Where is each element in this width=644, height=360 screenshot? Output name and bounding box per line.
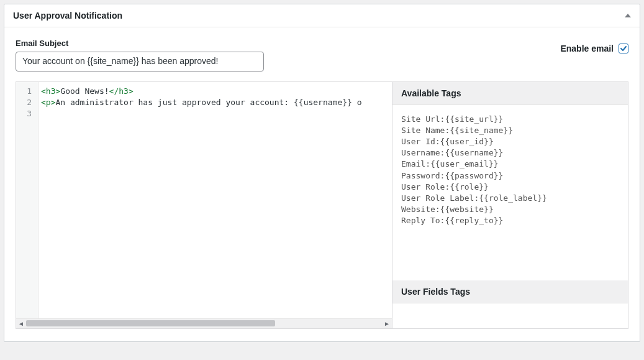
scroll-track[interactable] (26, 320, 382, 326)
panel-header[interactable]: User Approval Notification (4, 4, 640, 27)
email-subject-label: Email Subject (16, 39, 264, 48)
tag-item[interactable]: Email:{{user_email}} (401, 159, 619, 170)
email-subject-block: Email Subject (16, 39, 264, 72)
enable-email-checkbox[interactable] (619, 44, 628, 53)
tag-item[interactable]: Reply To:{{reply_to}} (401, 215, 619, 226)
tags-pane: Available Tags Site Url:{{site_url}} Sit… (392, 82, 628, 328)
scroll-right-icon[interactable]: ► (382, 318, 392, 328)
code-content[interactable]: <h3>Good News!</h3> <p>An administrator … (39, 82, 392, 318)
editor-row: 1 2 3 <h3>Good News!</h3> <p>An administ… (16, 81, 628, 329)
enable-email-label: Enable email (560, 44, 614, 53)
panel-body: Email Subject Enable email 1 2 3 (4, 27, 640, 341)
tag-item[interactable]: User Role:{{role}} (401, 182, 619, 193)
horizontal-scrollbar[interactable]: ◄ ► (16, 318, 392, 328)
user-fields-tags-list (392, 303, 628, 328)
scroll-left-icon[interactable]: ◄ (16, 318, 26, 328)
tag-item[interactable]: Website:{{website}} (401, 204, 619, 215)
tag-item[interactable]: Password:{{password}} (401, 170, 619, 182)
available-tags-header: Available Tags (392, 82, 628, 105)
collapse-up-icon[interactable] (625, 14, 631, 17)
email-subject-input[interactable] (16, 52, 264, 72)
panel-title: User Approval Notification (13, 11, 122, 21)
enable-email-block: Enable email (560, 44, 628, 53)
tag-item[interactable]: Username:{{username}} (401, 147, 619, 159)
tag-item[interactable]: User Id:{{user_id}} (401, 136, 619, 147)
tag-item[interactable]: User Role Label:{{role_label}} (401, 193, 619, 204)
available-tags-list: Site Url:{{site_url}} Site Name:{{site_n… (392, 105, 628, 280)
code-editor[interactable]: 1 2 3 <h3>Good News!</h3> <p>An administ… (16, 82, 392, 328)
settings-panel: User Approval Notification Email Subject… (4, 4, 640, 342)
line-gutter: 1 2 3 (16, 82, 39, 318)
user-fields-tags-header: User Fields Tags (392, 280, 628, 303)
check-icon (620, 45, 627, 52)
tag-item[interactable]: Site Url:{{site_url}} (401, 114, 619, 125)
scroll-thumb[interactable] (26, 320, 275, 326)
tag-item[interactable]: Site Name:{{site_name}} (401, 125, 619, 136)
